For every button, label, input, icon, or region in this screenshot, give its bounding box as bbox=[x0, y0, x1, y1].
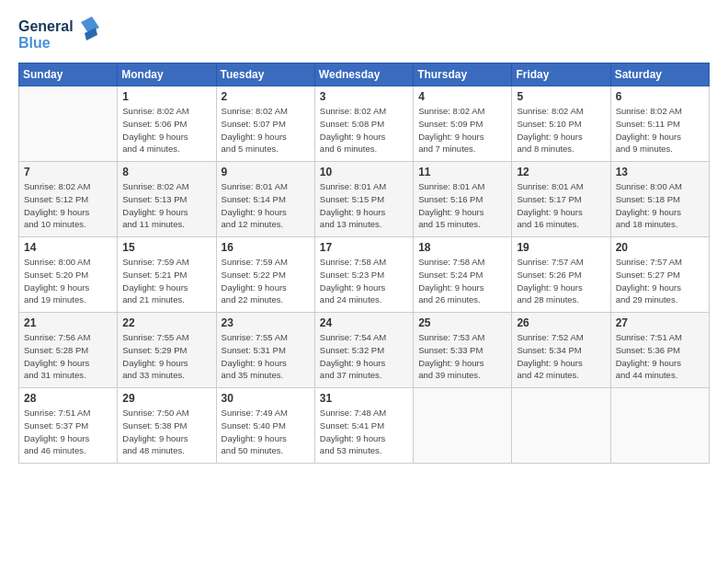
day-number: 8 bbox=[122, 166, 210, 178]
page: General Blue SundayMondayTuesdayWednesda… bbox=[0, 0, 728, 563]
day-info: Sunrise: 8:01 AM Sunset: 5:16 PM Dayligh… bbox=[418, 180, 506, 231]
day-info: Sunrise: 8:02 AM Sunset: 5:09 PM Dayligh… bbox=[418, 105, 506, 155]
day-info: Sunrise: 7:55 AM Sunset: 5:29 PM Dayligh… bbox=[122, 331, 210, 382]
day-cell: 19Sunrise: 7:57 AM Sunset: 5:26 PM Dayli… bbox=[512, 237, 610, 313]
day-number: 25 bbox=[418, 316, 506, 329]
day-number: 2 bbox=[222, 90, 310, 103]
day-number: 19 bbox=[517, 241, 605, 254]
day-cell: 16Sunrise: 7:59 AM Sunset: 5:22 PM Dayli… bbox=[216, 237, 314, 313]
day-cell: 2Sunrise: 8:02 AM Sunset: 5:07 PM Daylig… bbox=[216, 86, 314, 162]
day-cell: 8Sunrise: 8:02 AM Sunset: 5:13 PM Daylig… bbox=[118, 162, 216, 237]
day-number: 23 bbox=[222, 316, 310, 329]
day-cell: 14Sunrise: 8:00 AM Sunset: 5:20 PM Dayli… bbox=[19, 237, 118, 313]
day-info: Sunrise: 7:57 AM Sunset: 5:27 PM Dayligh… bbox=[616, 256, 704, 306]
day-cell: 1Sunrise: 8:02 AM Sunset: 5:06 PM Daylig… bbox=[118, 86, 216, 162]
svg-text:Blue: Blue bbox=[18, 35, 51, 51]
logo: General Blue bbox=[18, 15, 101, 53]
day-info: Sunrise: 7:52 AM Sunset: 5:34 PM Dayligh… bbox=[517, 331, 605, 382]
weekday-header-friday: Friday bbox=[512, 63, 610, 86]
day-number: 5 bbox=[517, 90, 605, 103]
calendar-table: SundayMondayTuesdayWednesdayThursdayFrid… bbox=[18, 63, 710, 464]
weekday-header-monday: Monday bbox=[118, 63, 216, 86]
day-info: Sunrise: 7:54 AM Sunset: 5:32 PM Dayligh… bbox=[320, 331, 408, 382]
day-cell: 28Sunrise: 7:51 AM Sunset: 5:37 PM Dayli… bbox=[19, 388, 118, 464]
day-number: 24 bbox=[320, 316, 408, 329]
day-cell: 22Sunrise: 7:55 AM Sunset: 5:29 PM Dayli… bbox=[118, 313, 216, 388]
day-info: Sunrise: 8:02 AM Sunset: 5:07 PM Dayligh… bbox=[222, 105, 310, 155]
day-info: Sunrise: 7:51 AM Sunset: 5:36 PM Dayligh… bbox=[616, 331, 704, 382]
day-cell: 6Sunrise: 8:02 AM Sunset: 5:11 PM Daylig… bbox=[610, 86, 709, 162]
day-info: Sunrise: 7:49 AM Sunset: 5:40 PM Dayligh… bbox=[222, 407, 310, 457]
weekday-header-wednesday: Wednesday bbox=[314, 63, 413, 86]
day-info: Sunrise: 7:56 AM Sunset: 5:28 PM Dayligh… bbox=[24, 331, 112, 382]
day-number: 3 bbox=[320, 90, 408, 103]
day-info: Sunrise: 8:01 AM Sunset: 5:17 PM Dayligh… bbox=[517, 180, 605, 231]
day-cell: 12Sunrise: 8:01 AM Sunset: 5:17 PM Dayli… bbox=[512, 162, 610, 237]
week-row-3: 14Sunrise: 8:00 AM Sunset: 5:20 PM Dayli… bbox=[19, 237, 710, 313]
day-cell bbox=[610, 388, 709, 464]
day-cell: 25Sunrise: 7:53 AM Sunset: 5:33 PM Dayli… bbox=[414, 313, 512, 388]
weekday-header-row: SundayMondayTuesdayWednesdayThursdayFrid… bbox=[19, 63, 710, 86]
day-number: 12 bbox=[517, 166, 605, 178]
day-info: Sunrise: 8:02 AM Sunset: 5:10 PM Dayligh… bbox=[517, 105, 605, 155]
logo-svg: General Blue bbox=[18, 15, 101, 53]
day-cell: 30Sunrise: 7:49 AM Sunset: 5:40 PM Dayli… bbox=[216, 388, 314, 464]
day-cell: 31Sunrise: 7:48 AM Sunset: 5:41 PM Dayli… bbox=[314, 388, 413, 464]
day-cell: 17Sunrise: 7:58 AM Sunset: 5:23 PM Dayli… bbox=[314, 237, 413, 313]
day-cell: 10Sunrise: 8:01 AM Sunset: 5:15 PM Dayli… bbox=[314, 162, 413, 237]
day-number: 16 bbox=[222, 241, 310, 254]
day-cell: 26Sunrise: 7:52 AM Sunset: 5:34 PM Dayli… bbox=[512, 313, 610, 388]
day-info: Sunrise: 8:02 AM Sunset: 5:08 PM Dayligh… bbox=[320, 105, 408, 155]
day-number: 26 bbox=[517, 316, 605, 329]
day-info: Sunrise: 7:57 AM Sunset: 5:26 PM Dayligh… bbox=[517, 256, 605, 306]
day-number: 14 bbox=[24, 241, 112, 254]
weekday-header-tuesday: Tuesday bbox=[216, 63, 314, 86]
day-cell: 13Sunrise: 8:00 AM Sunset: 5:18 PM Dayli… bbox=[610, 162, 709, 237]
day-cell: 23Sunrise: 7:55 AM Sunset: 5:31 PM Dayli… bbox=[216, 313, 314, 388]
day-cell: 9Sunrise: 8:01 AM Sunset: 5:14 PM Daylig… bbox=[216, 162, 314, 237]
day-info: Sunrise: 8:02 AM Sunset: 5:12 PM Dayligh… bbox=[24, 180, 112, 231]
day-cell: 27Sunrise: 7:51 AM Sunset: 5:36 PM Dayli… bbox=[610, 313, 709, 388]
day-number: 17 bbox=[320, 241, 408, 254]
week-row-4: 21Sunrise: 7:56 AM Sunset: 5:28 PM Dayli… bbox=[19, 313, 710, 388]
day-info: Sunrise: 8:00 AM Sunset: 5:18 PM Dayligh… bbox=[616, 180, 704, 231]
day-cell: 24Sunrise: 7:54 AM Sunset: 5:32 PM Dayli… bbox=[314, 313, 413, 388]
day-cell: 15Sunrise: 7:59 AM Sunset: 5:21 PM Dayli… bbox=[118, 237, 216, 313]
day-number: 27 bbox=[616, 316, 704, 329]
day-info: Sunrise: 8:01 AM Sunset: 5:15 PM Dayligh… bbox=[320, 180, 408, 231]
day-number: 11 bbox=[418, 166, 506, 178]
day-number: 31 bbox=[320, 392, 408, 405]
day-number: 18 bbox=[418, 241, 506, 254]
day-cell: 4Sunrise: 8:02 AM Sunset: 5:09 PM Daylig… bbox=[414, 86, 512, 162]
day-info: Sunrise: 8:01 AM Sunset: 5:14 PM Dayligh… bbox=[222, 180, 310, 231]
header: General Blue bbox=[18, 15, 710, 53]
day-cell: 11Sunrise: 8:01 AM Sunset: 5:16 PM Dayli… bbox=[414, 162, 512, 237]
day-info: Sunrise: 7:58 AM Sunset: 5:24 PM Dayligh… bbox=[418, 256, 506, 306]
day-info: Sunrise: 7:48 AM Sunset: 5:41 PM Dayligh… bbox=[320, 407, 408, 457]
day-info: Sunrise: 8:02 AM Sunset: 5:11 PM Dayligh… bbox=[616, 105, 704, 155]
day-cell bbox=[512, 388, 610, 464]
weekday-header-saturday: Saturday bbox=[610, 63, 709, 86]
day-info: Sunrise: 7:55 AM Sunset: 5:31 PM Dayligh… bbox=[222, 331, 310, 382]
day-number: 15 bbox=[122, 241, 210, 254]
weekday-header-thursday: Thursday bbox=[414, 63, 512, 86]
week-row-1: 1Sunrise: 8:02 AM Sunset: 5:06 PM Daylig… bbox=[19, 86, 710, 162]
day-cell: 7Sunrise: 8:02 AM Sunset: 5:12 PM Daylig… bbox=[19, 162, 118, 237]
day-cell: 20Sunrise: 7:57 AM Sunset: 5:27 PM Dayli… bbox=[610, 237, 709, 313]
day-number: 4 bbox=[418, 90, 506, 103]
day-cell: 29Sunrise: 7:50 AM Sunset: 5:38 PM Dayli… bbox=[118, 388, 216, 464]
day-number: 7 bbox=[24, 166, 112, 178]
day-cell: 3Sunrise: 8:02 AM Sunset: 5:08 PM Daylig… bbox=[314, 86, 413, 162]
day-number: 30 bbox=[222, 392, 310, 405]
day-cell: 21Sunrise: 7:56 AM Sunset: 5:28 PM Dayli… bbox=[19, 313, 118, 388]
day-number: 6 bbox=[616, 90, 704, 103]
day-number: 21 bbox=[24, 316, 112, 329]
week-row-5: 28Sunrise: 7:51 AM Sunset: 5:37 PM Dayli… bbox=[19, 388, 710, 464]
day-number: 10 bbox=[320, 166, 408, 178]
day-number: 13 bbox=[616, 166, 704, 178]
day-number: 9 bbox=[222, 166, 310, 178]
day-info: Sunrise: 7:58 AM Sunset: 5:23 PM Dayligh… bbox=[320, 256, 408, 306]
day-info: Sunrise: 7:53 AM Sunset: 5:33 PM Dayligh… bbox=[418, 331, 506, 382]
day-info: Sunrise: 8:00 AM Sunset: 5:20 PM Dayligh… bbox=[24, 256, 112, 306]
day-cell: 5Sunrise: 8:02 AM Sunset: 5:10 PM Daylig… bbox=[512, 86, 610, 162]
